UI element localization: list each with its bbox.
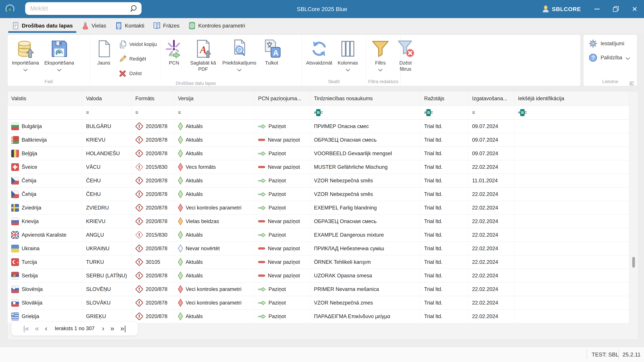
user-account[interactable]: SBLCORE bbox=[542, 5, 581, 13]
cell-country: Šveice bbox=[8, 160, 82, 174]
ribbon-button-importesana[interactable]: Importēšana bbox=[9, 37, 42, 71]
search-input[interactable] bbox=[25, 5, 130, 12]
column-header-razotajs[interactable]: Ražotājs bbox=[420, 91, 468, 106]
ribbon-button-palidziba[interactable]: ?Palīdzība bbox=[588, 53, 637, 62]
filter-cell-tirdzniecibas-nosaukums[interactable]: ABC bbox=[310, 106, 420, 119]
ribbon-button-label: Kolonnas bbox=[338, 60, 358, 66]
table-row[interactable]: KrievijaKRIEVU!2020/878Vielas beidzasNev… bbox=[8, 215, 630, 228]
table-row[interactable]: BaltkrievijaKRIEVU!2020/878AktuālsNevar … bbox=[8, 133, 630, 147]
cell-country: Bulgārija bbox=[8, 120, 82, 133]
cell-internal-id bbox=[514, 147, 630, 160]
pager-fast-next-button[interactable]: » bbox=[107, 322, 117, 336]
column-header-valoda[interactable]: Valoda bbox=[82, 91, 132, 106]
column-header-pcn[interactable]: PCN paziņojuma... bbox=[254, 91, 310, 106]
filter-cell-formats[interactable]: = bbox=[132, 106, 174, 119]
language-name: BULGĀRU bbox=[86, 123, 111, 129]
filter-cell-versija[interactable]: = bbox=[174, 106, 254, 119]
table-row[interactable]: Apvienotā KaralisteANGĻU!2015/830Aktuāls… bbox=[8, 228, 630, 242]
country-name: Krievija bbox=[22, 218, 39, 224]
ribbon-button-priekskatijums[interactable]: Priekšskatījums bbox=[220, 37, 259, 71]
filter-cell-valstis[interactable] bbox=[8, 106, 82, 119]
ribbon-button-dzest[interactable]: Dzēst bbox=[116, 66, 159, 81]
column-header-label: PCN paziņojuma... bbox=[258, 95, 301, 102]
table-row[interactable]: SlovākijaSLOVĀKU!2020/878Veci kontroles … bbox=[8, 296, 630, 310]
table-row[interactable]: ČehijaČEHU!2020/878AktuālsPaziņotVZOR Ne… bbox=[8, 188, 630, 201]
ribbon-button-eksportesana[interactable]: Eksportēšana bbox=[42, 37, 77, 71]
trade-name: EXEMPEL Farlig blandning bbox=[314, 205, 377, 211]
ribbon-button-veidot-kopiju[interactable]: Veidot kopiju bbox=[116, 37, 159, 52]
ribbon-group-content: JaunsVeidot kopijuRediģētDzēstPCNASaglab… bbox=[90, 35, 302, 81]
abc-filter-icon[interactable]: ABC bbox=[314, 109, 323, 116]
column-header-formats[interactable]: Formāts bbox=[132, 91, 174, 106]
cell-trade-name: PRIMER Nevarna mešanica bbox=[310, 283, 420, 296]
vertical-scrollbar[interactable] bbox=[629, 91, 638, 340]
filter-cell-izgatavosana[interactable]: = bbox=[468, 106, 514, 119]
tab-vielas[interactable]: Vielas bbox=[77, 18, 110, 33]
tab-drosibas-datu-lapas[interactable]: Drošības datu lapas bbox=[8, 18, 77, 33]
ribbon-options-icon[interactable] bbox=[629, 81, 635, 86]
format-warning-icon: ! bbox=[135, 218, 143, 225]
table-row[interactable]: SlovēnijaSLOVĒŅU!2020/878Veci kontroles … bbox=[8, 283, 630, 296]
language-name: HOLANDIEŠU bbox=[86, 150, 120, 157]
pager-next-button[interactable]: › bbox=[99, 322, 107, 336]
pager-first-button[interactable]: |« bbox=[20, 322, 32, 336]
table-row[interactable]: ČehijaČEHU!2020/878AktuālsPaziņotVZOR Ne… bbox=[8, 174, 630, 188]
equals-filter-icon[interactable]: = bbox=[135, 110, 138, 115]
close-button[interactable]: ✕ bbox=[625, 0, 644, 18]
ribbon-button-label: Filtrs bbox=[375, 60, 386, 66]
table-row[interactable]: SerbijaSERBU (LATĪŅU)!2020/878AktuālsNev… bbox=[8, 269, 630, 283]
ribbon-button-pcn[interactable]: PCN bbox=[161, 37, 186, 66]
cell-date: 22.02.2024 bbox=[468, 242, 514, 255]
cell-date: 22.02.2024 bbox=[468, 228, 514, 242]
filter-cell-pcn[interactable] bbox=[254, 106, 310, 119]
pcn-notify-icon bbox=[258, 151, 266, 156]
column-header-valstis[interactable]: Valstis bbox=[8, 91, 82, 106]
filter-cell-razotajs[interactable]: ABC bbox=[420, 106, 468, 119]
pager-last-button[interactable]: »| bbox=[117, 322, 129, 336]
search-icon[interactable] bbox=[130, 5, 137, 12]
table-row[interactable]: TurcijaTURKU!30105AktuālsNevar paziņotÖR… bbox=[8, 255, 630, 269]
table-row[interactable]: ZviedrijaZVIEDRU!2020/878Veci kontroles … bbox=[8, 201, 630, 215]
ribbon-button-filtrs[interactable]: Filtrs bbox=[368, 37, 393, 71]
tab-frazes[interactable]: Frāzes bbox=[148, 18, 184, 33]
cell-pcn: Nevar paziņot bbox=[254, 255, 310, 269]
tab-kontroles-parametri[interactable]: Kontroles parametri bbox=[184, 18, 250, 33]
restore-button[interactable] bbox=[606, 0, 625, 18]
equals-filter-icon[interactable]: = bbox=[178, 110, 180, 115]
ribbon-button-tulkot[interactable]: ATulkot bbox=[259, 37, 284, 66]
column-header-ieksejas-identifikacija[interactable]: Iekšējā identifikācija bbox=[514, 91, 630, 106]
table-row[interactable]: UkrainaUKRAIŅU!2020/878Nevar novērtētNev… bbox=[8, 242, 630, 255]
scrollbar-thumb[interactable] bbox=[632, 257, 635, 268]
ribbon-button-rediget[interactable]: Rediģēt bbox=[116, 52, 159, 66]
column-header-izgatavosana[interactable]: Izgatavošana... bbox=[468, 91, 514, 106]
filter-cell-valoda[interactable]: = bbox=[82, 106, 132, 119]
ribbon-button-saglabat-ka-pdf[interactable]: ASaglabāt kā PDF bbox=[186, 37, 220, 72]
column-header-versija[interactable]: Versija bbox=[174, 91, 254, 106]
pager-prev-button[interactable]: ‹ bbox=[42, 322, 50, 336]
ribbon-button-kolonnas[interactable]: Kolonnas bbox=[335, 37, 360, 71]
ribbon-button-jauns[interactable]: Jauns bbox=[92, 37, 116, 66]
minimize-button[interactable] bbox=[588, 0, 606, 18]
cell-date: 09.07.2024 bbox=[468, 147, 514, 160]
pager-fast-prev-button[interactable]: « bbox=[32, 322, 42, 336]
ribbon-button-atsvaidzinat[interactable]: Atsvaidzināt bbox=[304, 37, 335, 66]
tab-kontakti[interactable]: Kontakti bbox=[110, 18, 149, 33]
search-box[interactable] bbox=[25, 2, 142, 15]
ribbon-button-iestatijumi[interactable]: Iestatījumi bbox=[588, 39, 637, 48]
pcn-label: Paziņot bbox=[268, 313, 286, 320]
equals-filter-icon[interactable]: = bbox=[86, 110, 89, 115]
abc-filter-icon[interactable]: ABC bbox=[518, 109, 527, 116]
manufacturer-name: Trial ltd. bbox=[424, 150, 442, 157]
table-row[interactable]: BeļģijaHOLANDIEŠU!2020/878AktuālsPaziņot… bbox=[8, 147, 630, 160]
column-header-label: Valoda bbox=[86, 95, 102, 102]
cell-country: Ukraina bbox=[8, 242, 82, 255]
table-row[interactable]: ŠveiceVĀCU!2015/830Vecs formātsNevar paz… bbox=[8, 160, 630, 174]
equals-filter-icon[interactable]: = bbox=[472, 110, 475, 115]
ribbon: ImportēšanaEksportēšanaFailiJaunsVeidot … bbox=[8, 34, 580, 86]
abc-filter-icon[interactable]: ABC bbox=[424, 109, 433, 116]
format-warning-icon: ! bbox=[135, 299, 143, 307]
filter-cell-ieksejas-identifikacija[interactable]: ABC bbox=[514, 106, 630, 119]
ribbon-button-label: Iestatījumi bbox=[600, 40, 624, 46]
table-row[interactable]: BulgārijaBULGĀRU!2020/878AktuālsPaziņotП… bbox=[8, 120, 630, 133]
column-header-tirdzniecibas-nosaukums[interactable]: Tirdzniecības nosaukums bbox=[310, 91, 420, 106]
